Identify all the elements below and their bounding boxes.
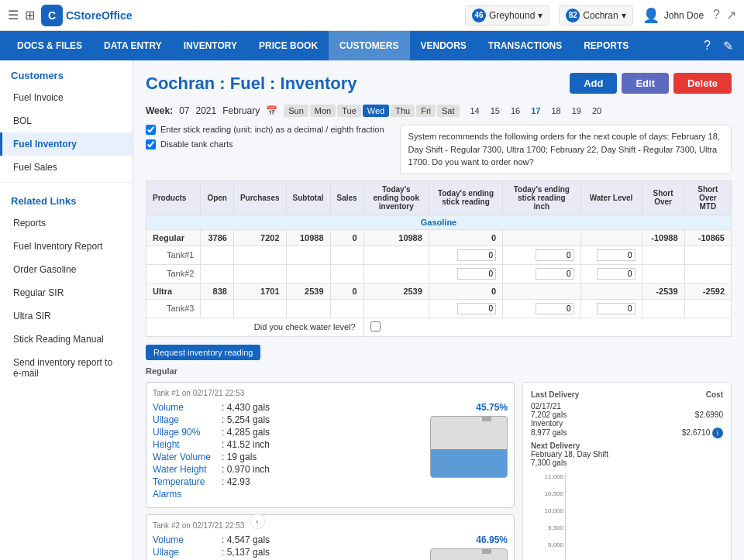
nav-transactions[interactable]: Transactions [477,31,573,60]
sidebar-item-fuel-inventory-report[interactable]: Fuel Inventory Report [0,235,133,258]
disable-charts-checkbox[interactable] [146,139,156,149]
sidebar-item-fuel-inventory[interactable]: Fuel Inventory [0,132,133,156]
edit-button[interactable]: Edit [622,73,669,94]
day-tab-mon[interactable]: Mon [310,105,336,117]
tank3-water-input[interactable] [597,303,636,314]
col-sales: Sales [330,180,363,215]
store2-selector[interactable]: 82 Cochran ▾ [559,5,632,26]
regular-open: 3786 [201,229,234,246]
sidebar-item-ultra-sir[interactable]: Ultra SIR [0,304,133,328]
tank1-stats: Volume : 4,430 gals Ullage : 5,254 gals … [153,402,418,501]
day-tab-wed[interactable]: Wed [363,105,389,117]
gasoline-label: Gasoline [146,215,732,229]
calendar-icon[interactable]: 📅 [266,105,277,116]
nav-data-entry[interactable]: Data Entry [93,31,173,60]
tank2-subtotal [286,264,330,283]
nav-customers[interactable]: Customers [329,31,409,60]
week-month: February [222,105,260,116]
sidebar-item-stick-reading-manual[interactable]: Stick Reading Manual [0,328,133,351]
nav-bar: Docs & Files Data Entry Inventory Price … [0,31,744,60]
tank1-stat-water-height: Water Height : 0.970 inch [153,464,418,475]
info-icon[interactable]: i [712,428,723,438]
tank3-label: Tank#3 [146,299,201,318]
day-tab-sat[interactable]: Sat [437,105,460,117]
tank3-stick-input[interactable] [457,303,496,314]
tank2-label: Tank#2 [146,264,201,283]
tank3-sales [330,299,363,318]
ultra-open: 838 [201,283,234,299]
sidebar-item-fuel-sales[interactable]: Fuel Sales [0,156,133,179]
sidebar-item-send-inventory-report[interactable]: Send inventory report to e-mail [0,351,133,385]
ultra-sales: 0 [330,283,363,299]
water-check-label: Did you check water level? [146,318,364,336]
day-tab-tue[interactable]: Tue [337,105,361,117]
user-area[interactable]: 👤 John Doe [642,7,704,24]
tank2-inch-input[interactable] [536,268,574,280]
col-open: Open [201,180,234,215]
tank1-water-input[interactable] [597,249,636,261]
stick-reading-checkbox[interactable] [146,125,156,135]
tank2-card: Tank #2 on 02/17/21 22:53 Volume : 4,547… [146,514,515,561]
tank2-sales [330,264,363,283]
sidebar-item-bol[interactable]: BOL [0,109,133,132]
tank3-purchases [233,299,286,318]
ultra-ending-book: 2539 [363,283,429,299]
tank1-ullage-value: : 5,254 gals [222,414,270,425]
tank3-water-input-cell [580,299,642,318]
tank1-stick-input[interactable] [457,249,496,261]
sidebar-item-reports[interactable]: Reports [0,211,133,235]
last-delivery-label: Last Delivery [531,390,579,399]
request-inventory-button[interactable]: Request inventory reading [146,345,260,360]
nav-help-icon[interactable]: ? [699,39,715,53]
hamburger-icon[interactable]: ☰ [8,8,19,22]
help-icon[interactable]: ? [713,8,720,22]
nav-vendors[interactable]: Vendors [410,31,477,60]
ultra-subtotal: 2539 [286,283,330,299]
chevron-down-icon: ▾ [622,10,626,21]
tank2-water-input[interactable] [597,268,636,280]
sidebar-item-fuel-invoice[interactable]: Fuel Invoice [0,86,133,109]
col-ending-inch: Today's ending stick reading inch [503,180,580,215]
tank1-stat-ullage90: Ullage 90% : 4,285 gals [153,427,418,438]
nav-reports[interactable]: Reports [573,31,639,60]
grid-icon[interactable]: ⊞ [25,8,35,22]
add-button[interactable]: Add [570,73,617,94]
water-check-checkbox[interactable] [370,321,381,332]
next-delivery-volume: 7,300 gals [531,459,723,467]
tank1-percent: 45.75% [476,402,508,413]
table-row-tank2: Tank#2 [146,264,732,283]
sidebar-item-order-gasoline[interactable]: Order Gasoline [0,258,133,281]
tank3-inch-input-cell [503,299,580,318]
y-label-3: 9,500 [531,524,563,531]
tank1-body: Volume : 4,430 gals Ullage : 5,254 gals … [153,402,508,501]
day-tab-sun[interactable]: Sun [284,105,308,117]
tanks-right: Last Delivery Cost 02/17/21 7,202 gals $… [522,382,732,561]
page-header: Cochran : Fuel : Inventory Add Edit Dele… [146,73,732,94]
nav-edit-icon[interactable]: ✎ [718,39,738,53]
nav-docs-files[interactable]: Docs & Files [6,31,93,60]
nav-price-book[interactable]: Price Book [248,31,329,60]
nav-inventory[interactable]: Inventory [173,31,248,60]
delete-button[interactable]: Delete [673,73,732,94]
inventory-label: Inventory [531,419,563,428]
tank1-water-input-cell [580,246,642,264]
tank1-inch-input[interactable] [536,249,574,261]
tank2-stick-input[interactable] [457,268,496,280]
day-tab-thu[interactable]: Thu [391,105,415,117]
system-notice: System recommends the following orders f… [400,125,732,174]
external-link-icon[interactable]: ↗ [726,8,736,22]
tank1-visual [430,416,508,478]
tank2-ullage-label: Ullage [153,547,219,558]
tank1-pipe [482,416,491,421]
store1-selector[interactable]: 46 Greyhound ▾ [465,5,549,26]
sidebar-item-regular-sir[interactable]: Regular SIR [0,281,133,304]
day-tab-fri[interactable]: Fri [416,105,436,117]
tank3-open [201,299,234,318]
tank1-header: Tank #1 on 02/17/21 22:53 [153,389,508,397]
tank1-sales [330,246,363,264]
tank3-inch-input[interactable] [536,303,574,314]
regular-ending-inch [503,229,580,246]
tank2-stat-ullage: Ullage : 5,137 gals [153,547,418,558]
store1-badge: 46 [472,9,486,22]
sidebar-collapse-button[interactable]: ‹ [250,514,265,529]
